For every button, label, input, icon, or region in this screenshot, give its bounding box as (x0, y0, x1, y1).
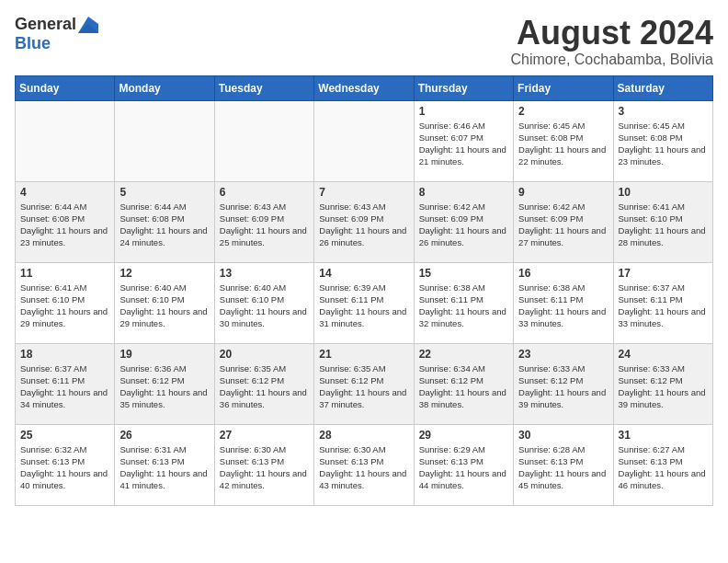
calendar-cell: 8Sunrise: 6:42 AMSunset: 6:09 PMDaylight… (414, 181, 513, 262)
calendar-cell: 9Sunrise: 6:42 AMSunset: 6:09 PMDaylight… (514, 181, 613, 262)
day-number: 28 (319, 429, 408, 442)
day-number: 11 (20, 267, 109, 280)
day-number: 21 (319, 348, 408, 361)
calendar-cell: 7Sunrise: 6:43 AMSunset: 6:09 PMDaylight… (314, 181, 414, 262)
calendar-cell: 31Sunrise: 6:27 AMSunset: 6:13 PMDayligh… (613, 424, 712, 505)
day-info: Sunrise: 6:40 AMSunset: 6:10 PMDaylight:… (119, 282, 209, 330)
calendar-cell: 30Sunrise: 6:28 AMSunset: 6:13 PMDayligh… (514, 424, 613, 505)
day-info: Sunrise: 6:33 AMSunset: 6:12 PMDaylight:… (518, 362, 608, 411)
day-header-monday: Monday (115, 75, 214, 100)
calendar-cell: 16Sunrise: 6:38 AMSunset: 6:11 PMDayligh… (514, 262, 613, 343)
day-number: 2 (518, 105, 608, 118)
day-info: Sunrise: 6:32 AMSunset: 6:13 PMDaylight:… (20, 443, 109, 492)
day-info: Sunrise: 6:41 AMSunset: 6:10 PMDaylight:… (20, 282, 109, 330)
day-info: Sunrise: 6:30 AMSunset: 6:13 PMDaylight:… (319, 443, 408, 492)
calendar-cell: 10Sunrise: 6:41 AMSunset: 6:10 PMDayligh… (613, 181, 712, 262)
calendar-cell: 4Sunrise: 6:44 AMSunset: 6:08 PMDaylight… (16, 181, 115, 262)
calendar-cell: 17Sunrise: 6:37 AMSunset: 6:11 PMDayligh… (613, 262, 712, 343)
logo-blue-text: Blue (15, 34, 51, 53)
calendar-cell: 26Sunrise: 6:31 AMSunset: 6:13 PMDayligh… (115, 424, 214, 505)
day-number: 27 (220, 429, 309, 442)
day-info: Sunrise: 6:31 AMSunset: 6:13 PMDaylight:… (119, 443, 209, 492)
day-number: 13 (220, 267, 309, 280)
day-info: Sunrise: 6:27 AMSunset: 6:13 PMDaylight:… (619, 443, 708, 492)
day-info: Sunrise: 6:35 AMSunset: 6:12 PMDaylight:… (220, 362, 309, 411)
month-title: August 2024 (510, 15, 713, 52)
calendar-cell (314, 100, 414, 181)
calendar-cell: 13Sunrise: 6:40 AMSunset: 6:10 PMDayligh… (214, 262, 313, 343)
day-info: Sunrise: 6:34 AMSunset: 6:12 PMDaylight:… (419, 362, 508, 411)
day-number: 16 (518, 267, 608, 280)
day-info: Sunrise: 6:43 AMSunset: 6:09 PMDaylight:… (220, 201, 309, 249)
calendar-cell (16, 100, 115, 181)
calendar-cell: 27Sunrise: 6:30 AMSunset: 6:13 PMDayligh… (214, 424, 313, 505)
logo: General Blue (15, 15, 98, 53)
day-info: Sunrise: 6:36 AMSunset: 6:12 PMDaylight:… (119, 362, 209, 411)
calendar-cell: 2Sunrise: 6:45 AMSunset: 6:08 PMDaylight… (514, 100, 613, 181)
day-number: 25 (20, 429, 109, 442)
day-info: Sunrise: 6:43 AMSunset: 6:09 PMDaylight:… (319, 201, 408, 249)
calendar-cell: 1Sunrise: 6:46 AMSunset: 6:07 PMDaylight… (414, 100, 513, 181)
calendar-cell: 15Sunrise: 6:38 AMSunset: 6:11 PMDayligh… (414, 262, 513, 343)
calendar-header-row: SundayMondayTuesdayWednesdayThursdayFrid… (16, 75, 713, 100)
day-info: Sunrise: 6:39 AMSunset: 6:11 PMDaylight:… (319, 282, 408, 330)
day-info: Sunrise: 6:37 AMSunset: 6:11 PMDaylight:… (20, 362, 109, 411)
day-info: Sunrise: 6:44 AMSunset: 6:08 PMDaylight:… (20, 201, 109, 249)
day-number: 9 (518, 186, 608, 199)
page-header: General Blue August 2024 Chimore, Cochab… (15, 15, 713, 68)
day-number: 8 (419, 186, 508, 199)
calendar-cell: 14Sunrise: 6:39 AMSunset: 6:11 PMDayligh… (314, 262, 414, 343)
day-info: Sunrise: 6:33 AMSunset: 6:12 PMDaylight:… (619, 362, 708, 411)
calendar-cell: 22Sunrise: 6:34 AMSunset: 6:12 PMDayligh… (414, 343, 513, 424)
day-number: 22 (419, 348, 508, 361)
day-info: Sunrise: 6:45 AMSunset: 6:08 PMDaylight:… (518, 120, 608, 168)
day-number: 5 (119, 186, 209, 199)
day-info: Sunrise: 6:38 AMSunset: 6:11 PMDaylight:… (419, 282, 508, 330)
calendar-cell: 23Sunrise: 6:33 AMSunset: 6:12 PMDayligh… (514, 343, 613, 424)
calendar-week-row: 25Sunrise: 6:32 AMSunset: 6:13 PMDayligh… (16, 424, 713, 505)
calendar-week-row: 11Sunrise: 6:41 AMSunset: 6:10 PMDayligh… (16, 262, 713, 343)
calendar-cell: 6Sunrise: 6:43 AMSunset: 6:09 PMDaylight… (214, 181, 313, 262)
day-info: Sunrise: 6:40 AMSunset: 6:10 PMDaylight:… (220, 282, 309, 330)
day-number: 7 (319, 186, 408, 199)
logo-icon (78, 17, 98, 33)
day-header-tuesday: Tuesday (214, 75, 313, 100)
calendar-cell: 25Sunrise: 6:32 AMSunset: 6:13 PMDayligh… (16, 424, 115, 505)
day-info: Sunrise: 6:44 AMSunset: 6:08 PMDaylight:… (119, 201, 209, 249)
day-number: 18 (20, 348, 109, 361)
day-number: 12 (119, 267, 209, 280)
calendar-cell: 21Sunrise: 6:35 AMSunset: 6:12 PMDayligh… (314, 343, 414, 424)
day-info: Sunrise: 6:42 AMSunset: 6:09 PMDaylight:… (419, 201, 508, 249)
day-info: Sunrise: 6:42 AMSunset: 6:09 PMDaylight:… (518, 201, 608, 249)
calendar-cell: 19Sunrise: 6:36 AMSunset: 6:12 PMDayligh… (115, 343, 214, 424)
day-number: 6 (220, 186, 309, 199)
day-number: 30 (518, 429, 608, 442)
calendar-week-row: 4Sunrise: 6:44 AMSunset: 6:08 PMDaylight… (16, 181, 713, 262)
day-number: 24 (619, 348, 708, 361)
calendar-cell (115, 100, 214, 181)
day-number: 31 (619, 429, 708, 442)
calendar-week-row: 1Sunrise: 6:46 AMSunset: 6:07 PMDaylight… (16, 100, 713, 181)
calendar-cell: 11Sunrise: 6:41 AMSunset: 6:10 PMDayligh… (16, 262, 115, 343)
day-number: 26 (119, 429, 209, 442)
day-number: 17 (619, 267, 708, 280)
day-number: 1 (419, 105, 508, 118)
day-info: Sunrise: 6:35 AMSunset: 6:12 PMDaylight:… (319, 362, 408, 411)
calendar-cell: 12Sunrise: 6:40 AMSunset: 6:10 PMDayligh… (115, 262, 214, 343)
calendar-cell: 28Sunrise: 6:30 AMSunset: 6:13 PMDayligh… (314, 424, 414, 505)
title-block: August 2024 Chimore, Cochabamba, Bolivia (510, 15, 713, 68)
day-number: 20 (220, 348, 309, 361)
calendar-cell: 18Sunrise: 6:37 AMSunset: 6:11 PMDayligh… (16, 343, 115, 424)
calendar-week-row: 18Sunrise: 6:37 AMSunset: 6:11 PMDayligh… (16, 343, 713, 424)
calendar-cell: 20Sunrise: 6:35 AMSunset: 6:12 PMDayligh… (214, 343, 313, 424)
calendar-cell: 3Sunrise: 6:45 AMSunset: 6:08 PMDaylight… (613, 100, 712, 181)
day-info: Sunrise: 6:29 AMSunset: 6:13 PMDaylight:… (419, 443, 508, 492)
day-number: 23 (518, 348, 608, 361)
day-header-friday: Friday (514, 75, 613, 100)
day-number: 19 (119, 348, 209, 361)
day-number: 29 (419, 429, 508, 442)
day-info: Sunrise: 6:30 AMSunset: 6:13 PMDaylight:… (220, 443, 309, 492)
day-number: 10 (619, 186, 708, 199)
day-header-wednesday: Wednesday (314, 75, 414, 100)
calendar-table: SundayMondayTuesdayWednesdayThursdayFrid… (15, 75, 713, 506)
